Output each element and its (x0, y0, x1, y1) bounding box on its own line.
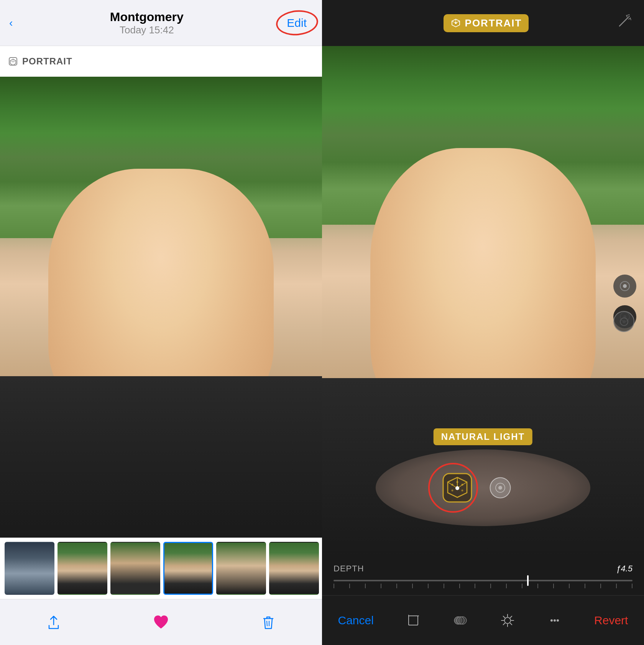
tick-18 (600, 584, 601, 588)
svg-rect-37 (409, 616, 418, 625)
svg-point-11 (455, 22, 457, 24)
right-panel: PORTRAIT NATURAL LIGHT (322, 0, 644, 645)
tick-8 (444, 584, 444, 588)
tick-10 (475, 584, 475, 588)
back-icon: ‹ (9, 17, 13, 29)
tick-20 (632, 584, 632, 588)
tick-3 (365, 584, 366, 588)
svg-point-53 (554, 619, 556, 622)
filters-icon (453, 613, 468, 628)
thumbnail-3[interactable] (110, 542, 160, 595)
depth-slider-thumb[interactable] (527, 575, 529, 586)
revert-button[interactable]: Revert (590, 610, 632, 631)
svg-line-15 (629, 18, 630, 19)
magic-wand-icon (616, 13, 632, 30)
thumbnail-strip (0, 538, 322, 599)
filters-button[interactable] (449, 609, 472, 632)
main-photo-left (0, 77, 322, 538)
edit-toolbar: Cancel (322, 595, 644, 645)
tick-1 (334, 584, 334, 588)
tick-14 (537, 584, 538, 588)
right-side-controls (613, 275, 636, 328)
svg-point-54 (557, 619, 559, 622)
cube-icon-left (8, 56, 18, 67)
svg-point-43 (504, 617, 511, 624)
photo-subtitle: Today 15:42 (13, 24, 281, 36)
right-header: PORTRAIT (322, 0, 644, 46)
depth-slider-ticks (334, 584, 632, 588)
svg-point-26 (461, 484, 463, 486)
svg-point-25 (456, 481, 458, 483)
tick-17 (585, 584, 585, 588)
magic-wand-button[interactable] (616, 13, 632, 33)
secondary-light-svg (493, 481, 507, 495)
svg-line-50 (510, 616, 512, 618)
depth-controls: DEPTH ƒ4.5 (322, 557, 644, 595)
cancel-button[interactable]: Cancel (334, 610, 378, 631)
svg-line-4 (13, 61, 16, 62)
lighting-icon-main[interactable] (440, 471, 475, 505)
depth-row: DEPTH ƒ4.5 (334, 564, 632, 574)
side-control-top[interactable] (613, 275, 636, 298)
depth-slider[interactable] (334, 580, 632, 581)
thumbnail-6[interactable] (269, 542, 319, 595)
tick-9 (459, 584, 460, 588)
photo-title: Montgomery (13, 10, 281, 24)
svg-point-23 (455, 486, 459, 490)
svg-line-3 (10, 61, 13, 62)
tick-6 (412, 584, 413, 588)
depth-label: DEPTH (334, 564, 364, 574)
svg-line-48 (503, 616, 505, 618)
tick-15 (553, 584, 554, 588)
side-control-bottom-icon (618, 316, 630, 328)
svg-line-16 (627, 15, 629, 15)
svg-line-13 (628, 16, 629, 18)
share-icon (46, 615, 61, 630)
tick-12 (506, 584, 507, 588)
natural-light-label: NATURAL LIGHT (434, 428, 532, 445)
tick-7 (428, 584, 429, 588)
lighting-icon-secondary[interactable] (490, 477, 511, 499)
svg-point-30 (498, 486, 502, 490)
tick-11 (490, 584, 491, 588)
portrait-label-left: PORTRAIT (22, 56, 72, 67)
side-control-bottom[interactable] (613, 311, 634, 332)
svg-point-27 (451, 490, 453, 492)
more-icon (547, 613, 562, 628)
thumbnail-5[interactable] (216, 542, 266, 595)
svg-point-36 (623, 320, 626, 323)
light-effects-button[interactable] (496, 609, 519, 632)
depth-value: ƒ4.5 (616, 564, 632, 574)
tick-16 (569, 584, 570, 588)
tick-13 (522, 584, 522, 588)
thumbnail-1[interactable] (5, 542, 54, 595)
more-button[interactable] (543, 609, 566, 632)
tick-19 (616, 584, 617, 588)
light-positioning-overlay[interactable]: NATURAL LIGHT (376, 449, 590, 526)
left-header: ‹ Montgomery Today 15:42 Edit (0, 0, 322, 46)
portrait-badge-right[interactable]: PORTRAIT (444, 14, 529, 32)
share-button[interactable] (42, 611, 65, 634)
thumbnail-4[interactable] (163, 542, 213, 595)
light-effects-icon (500, 613, 515, 628)
svg-point-24 (451, 484, 453, 486)
crop-rotate-button[interactable] (402, 609, 425, 632)
delete-button[interactable] (257, 611, 280, 634)
svg-point-28 (461, 490, 463, 492)
portrait-label-right: PORTRAIT (465, 17, 522, 29)
photo-dark-bottom (0, 376, 322, 538)
svg-point-42 (457, 617, 464, 624)
back-button[interactable]: ‹ (9, 17, 13, 29)
edit-button[interactable]: Edit (281, 13, 313, 33)
edit-button-wrapper: Edit (281, 13, 313, 33)
heart-icon (153, 614, 169, 631)
thumbnail-2[interactable] (58, 542, 107, 595)
trash-icon (261, 615, 276, 630)
portrait-badge-left: PORTRAIT (0, 46, 322, 77)
tick-4 (381, 584, 381, 588)
svg-line-49 (510, 623, 512, 625)
like-button[interactable] (150, 611, 172, 634)
light-ellipse (376, 449, 590, 526)
tick-5 (396, 584, 397, 588)
face-overlay-left (0, 77, 322, 538)
